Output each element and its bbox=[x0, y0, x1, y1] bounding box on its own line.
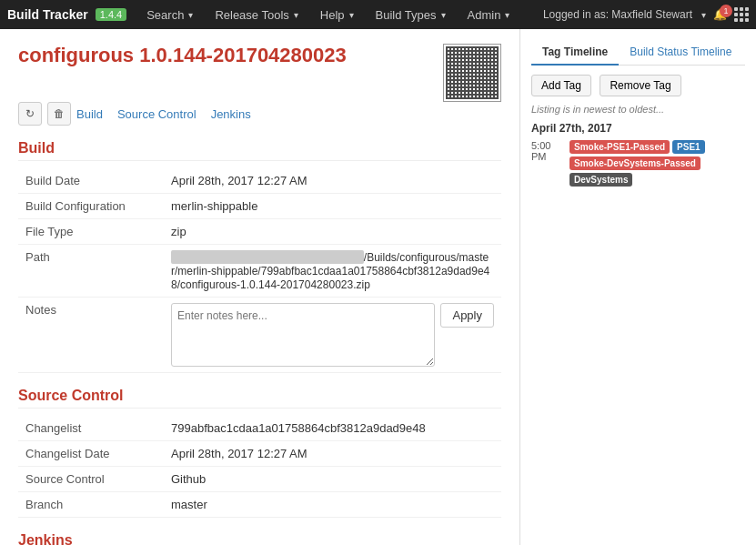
action-bar: ↻ 🗑 Build Source Control Jenkins bbox=[18, 102, 501, 126]
value-branch: master bbox=[164, 492, 501, 518]
tab-bar: Tag Timeline Build Status Timeline bbox=[531, 40, 745, 66]
add-tag-button[interactable]: Add Tag bbox=[531, 75, 591, 96]
label-branch: Branch bbox=[18, 492, 164, 518]
search-chevron-icon: ▾ bbox=[188, 10, 193, 20]
nav-right: Logged in as: Maxfield Stewart ▾ 🔔 1 bbox=[543, 7, 749, 22]
tab-tag-timeline[interactable]: Tag Timeline bbox=[531, 40, 619, 66]
left-panel: configurous 1.0.144-201704280023 ↻ 🗑 Bui… bbox=[0, 29, 519, 545]
tag-badge-pse1: PSE1 bbox=[672, 140, 705, 154]
breadcrumb-jenkins[interactable]: Jenkins bbox=[211, 107, 251, 121]
section-title-build: Build bbox=[18, 140, 501, 161]
path-redacted-prefix: ███████████████████████ bbox=[171, 250, 364, 264]
value-changelist: 799abfbac1cdaa1a01758864cbf3812a9dad9e48 bbox=[164, 416, 501, 441]
value-file-type: zip bbox=[164, 219, 501, 245]
table-row: Changelist Date April 28th, 2017 12:27 A… bbox=[18, 441, 501, 467]
nav-release-tools[interactable]: Release Tools ▾ bbox=[206, 0, 307, 29]
nav-search[interactable]: Search ▾ bbox=[137, 0, 202, 29]
navbar: Build Tracker 1.4.4 Search ▾ Release Too… bbox=[0, 0, 756, 29]
release-tools-chevron-icon: ▾ bbox=[294, 10, 298, 20]
build-table: Build Date April 28th, 2017 12:27 AM Bui… bbox=[18, 168, 501, 373]
value-source-control: Github bbox=[164, 467, 501, 492]
tag-badge-smoke-pse1: Smoke-PSE1-Passed bbox=[570, 140, 670, 154]
main-container: configurous 1.0.144-201704280023 ↻ 🗑 Bui… bbox=[0, 29, 756, 545]
page-title: configurous 1.0.144-201704280023 bbox=[18, 44, 347, 67]
section-title-source-control: Source Control bbox=[18, 388, 501, 409]
tag-buttons: Add Tag Remove Tag bbox=[531, 75, 745, 104]
label-path: Path bbox=[18, 245, 164, 298]
delete-button[interactable]: 🗑 bbox=[47, 102, 71, 126]
timeline-time: 5:00PM bbox=[531, 140, 564, 162]
value-build-date: April 28th, 2017 12:27 AM bbox=[164, 168, 501, 194]
table-row: Notes Apply bbox=[18, 298, 501, 373]
refresh-button[interactable]: ↻ bbox=[18, 102, 42, 126]
remove-tag-button[interactable]: Remove Tag bbox=[600, 75, 680, 96]
label-changelist: Changelist bbox=[18, 416, 164, 441]
table-row: Build Configuration merlin-shippable bbox=[18, 194, 501, 219]
table-row: Source Control Github bbox=[18, 467, 501, 492]
tag-badges: Smoke-PSE1-Passed PSE1 Smoke-DevSystems-… bbox=[570, 140, 745, 187]
label-source-control: Source Control bbox=[18, 467, 164, 492]
notes-wrapper: Apply bbox=[171, 303, 494, 367]
table-row: Changelist 799abfbac1cdaa1a01758864cbf38… bbox=[18, 416, 501, 441]
notification-bell[interactable]: 🔔 1 bbox=[713, 8, 727, 21]
table-row: Branch master bbox=[18, 492, 501, 518]
value-changelist-date: April 28th, 2017 12:27 AM bbox=[164, 441, 501, 467]
label-file-type: File Type bbox=[18, 219, 164, 245]
help-chevron-icon: ▾ bbox=[349, 10, 354, 20]
value-build-config: merlin-shippable bbox=[164, 194, 501, 219]
admin-chevron-icon: ▾ bbox=[505, 10, 509, 20]
table-row: Build Date April 28th, 2017 12:27 AM bbox=[18, 168, 501, 194]
nav-admin[interactable]: Admin ▾ bbox=[459, 0, 519, 29]
version-badge: 1.4.4 bbox=[96, 8, 126, 21]
breadcrumb-source-control[interactable]: Source Control bbox=[117, 107, 197, 121]
label-build-config: Build Configuration bbox=[18, 194, 164, 219]
timeline-date: April 27th, 2017 bbox=[531, 122, 745, 135]
tab-build-status-timeline[interactable]: Build Status Timeline bbox=[619, 40, 742, 66]
table-row: Path ███████████████████████/Builds/conf… bbox=[18, 245, 501, 298]
grid-apps-icon[interactable] bbox=[734, 7, 749, 22]
right-panel: Tag Timeline Build Status Timeline Add T… bbox=[519, 29, 756, 545]
value-notes: Apply bbox=[164, 298, 501, 373]
notification-badge: 1 bbox=[720, 5, 732, 17]
label-build-date: Build Date bbox=[18, 168, 164, 194]
timeline-row: 5:00PM Smoke-PSE1-Passed PSE1 Smoke-DevS… bbox=[531, 140, 745, 187]
breadcrumb-build[interactable]: Build bbox=[76, 107, 103, 121]
nav-help[interactable]: Help ▾ bbox=[311, 0, 363, 29]
source-control-table: Changelist 799abfbac1cdaa1a01758864cbf38… bbox=[18, 416, 501, 518]
value-path: ███████████████████████/Builds/configuro… bbox=[164, 245, 501, 298]
build-types-chevron-icon: ▾ bbox=[441, 10, 446, 20]
apply-button[interactable]: Apply bbox=[440, 303, 494, 328]
tag-badge-smoke-devsystems: Smoke-DevSystems-Passed bbox=[570, 156, 701, 170]
listing-note: Listing is in newest to oldest... bbox=[531, 104, 745, 115]
table-row: File Type zip bbox=[18, 219, 501, 245]
nav-build-types[interactable]: Build Types ▾ bbox=[367, 0, 455, 29]
section-title-jenkins: Jenkins bbox=[18, 532, 501, 545]
brand-name: Build Tracker bbox=[7, 7, 88, 22]
label-notes: Notes bbox=[18, 298, 164, 373]
qr-code bbox=[443, 44, 501, 102]
user-chevron-icon: ▾ bbox=[701, 10, 706, 20]
build-title-row: configurous 1.0.144-201704280023 bbox=[18, 44, 501, 102]
tag-badge-devsystems: DevSystems bbox=[570, 173, 632, 187]
label-changelist-date: Changelist Date bbox=[18, 441, 164, 467]
user-label: Logged in as: Maxfield Stewart bbox=[543, 8, 692, 21]
notes-textarea[interactable] bbox=[171, 303, 435, 367]
